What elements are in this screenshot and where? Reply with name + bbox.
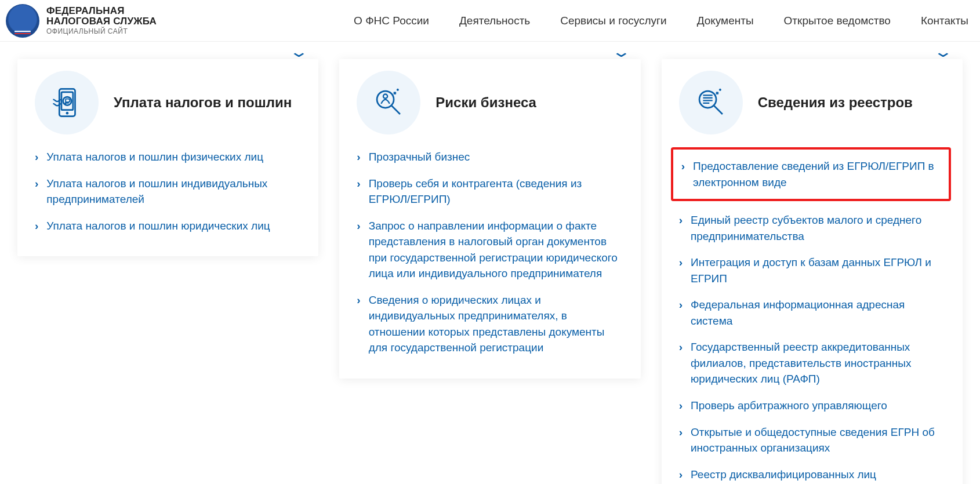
nav-services[interactable]: Сервисы и госуслуги <box>560 14 666 27</box>
service-link[interactable]: ›Интеграция и доступ к базам данных ЕГРЮ… <box>679 249 945 292</box>
registry-icon <box>679 71 743 134</box>
svg-point-6 <box>383 94 387 99</box>
chevron-right-icon: › <box>35 177 38 191</box>
service-link[interactable]: ›Прозрачный бизнес <box>357 144 623 170</box>
nav-open[interactable]: Открытое ведомство <box>784 14 891 27</box>
card-payments: ⌄ Уплата налогов и пошлин ›Уплата налого… <box>17 59 318 256</box>
chevron-right-icon: › <box>357 219 360 234</box>
risk-icon <box>357 71 420 134</box>
service-link[interactable]: ›Уплата налогов и пошлин юридических лиц <box>35 213 301 239</box>
logo-line2: НАЛОГОВАЯ СЛУЖБА <box>46 16 157 27</box>
chevron-right-icon: › <box>679 399 683 413</box>
chevron-right-icon: › <box>679 298 683 312</box>
svg-line-5 <box>392 105 401 114</box>
link-text: Реестр дисквалифицированных лиц <box>691 467 876 483</box>
card-business-risks: ⌄ Риски бизнеса ›Прозрачный бизнес ›Пров… <box>339 59 640 379</box>
link-text: Проверь себя и контрагента (сведения из … <box>369 176 623 208</box>
service-link[interactable]: ›Реестр дисквалифицированных лиц <box>679 461 945 484</box>
link-text: Сведения о юридических лицах и индивидуа… <box>369 292 623 356</box>
link-text: Запрос о направлении информации о факте … <box>369 218 623 282</box>
nav-about[interactable]: О ФНС России <box>354 14 429 27</box>
chevron-right-icon: › <box>35 150 38 165</box>
site-header: ФЕДЕРАЛЬНАЯ НАЛОГОВАЯ СЛУЖБА ОФИЦИАЛЬНЫЙ… <box>0 0 980 42</box>
chevron-down-icon[interactable]: ⌄ <box>289 43 310 61</box>
chevron-right-icon: › <box>679 468 683 482</box>
service-link[interactable]: ›Государственный реестр аккредитованных … <box>679 334 945 392</box>
highlighted-link-box: ›Предоставление сведений из ЕГРЮЛ/ЕГРИП … <box>671 147 951 201</box>
service-link[interactable]: ›Федеральная информационная адресная сис… <box>679 292 945 334</box>
card-title: Риски бизнеса <box>435 94 536 111</box>
link-text: Открытые и общедоступные сведения ЕГРН о… <box>691 424 945 456</box>
card-title: Сведения из реестров <box>758 94 913 111</box>
service-link[interactable]: ›Уплата налогов и пошлин физических лиц <box>35 144 301 170</box>
service-link-highlighted[interactable]: ›Предоставление сведений из ЕГРЮЛ/ЕГРИП … <box>673 153 944 195</box>
link-text: Проверь арбитражного управляющего <box>691 398 887 414</box>
chevron-down-icon[interactable]: ⌄ <box>933 43 953 61</box>
chevron-right-icon: › <box>357 293 360 308</box>
chevron-right-icon: › <box>679 256 683 270</box>
fns-emblem-icon <box>6 4 39 38</box>
service-link[interactable]: ›Открытые и общедоступные сведения ЕГРН … <box>679 419 945 461</box>
chevron-right-icon: › <box>679 340 683 355</box>
link-text: Предоставление сведений из ЕГРЮЛ/ЕГРИП в… <box>693 158 944 190</box>
service-link[interactable]: ›Единый реестр субъектов малого и средне… <box>679 207 945 249</box>
chevron-down-icon[interactable]: ⌄ <box>611 43 631 61</box>
chevron-right-icon: › <box>681 159 685 174</box>
link-text: Уплата налогов и пошлин физических лиц <box>46 149 263 165</box>
nav-activity[interactable]: Деятельность <box>459 14 530 27</box>
logo-block[interactable]: ФЕДЕРАЛЬНАЯ НАЛОГОВАЯ СЛУЖБА ОФИЦИАЛЬНЫЙ… <box>6 4 157 38</box>
link-text: Единый реестр субъектов малого и среднег… <box>691 212 945 244</box>
payment-icon <box>35 71 99 134</box>
chevron-right-icon: › <box>679 425 683 440</box>
logo-text: ФЕДЕРАЛЬНАЯ НАЛОГОВАЯ СЛУЖБА ОФИЦИАЛЬНЫЙ… <box>46 6 157 36</box>
logo-line1: ФЕДЕРАЛЬНАЯ <box>46 6 157 16</box>
svg-line-8 <box>714 105 723 114</box>
chevron-right-icon: › <box>679 213 683 228</box>
service-link[interactable]: ›Сведения о юридических лицах и индивиду… <box>357 287 623 361</box>
chevron-right-icon: › <box>357 177 360 191</box>
link-text: Прозрачный бизнес <box>369 149 470 165</box>
nav-documents[interactable]: Документы <box>697 14 754 27</box>
card-registries: ⌄ Сведения из реестров ›Предоставление с… <box>662 59 963 484</box>
chevron-right-icon: › <box>35 219 38 234</box>
service-link[interactable]: ›Проверь себя и контрагента (сведения из… <box>357 170 623 213</box>
card-title: Уплата налогов и пошлин <box>114 94 292 111</box>
link-text: Федеральная информационная адресная сист… <box>691 297 945 329</box>
service-link[interactable]: ›Запрос о направлении информации о факте… <box>357 213 623 287</box>
link-text: Интеграция и доступ к базам данных ЕГРЮЛ… <box>691 254 945 286</box>
service-link[interactable]: ›Уплата налогов и пошлин индивидуальных … <box>35 170 301 213</box>
link-text: Государственный реестр аккредитованных ф… <box>691 339 945 387</box>
logo-sub: ОФИЦИАЛЬНЫЙ САЙТ <box>46 27 157 35</box>
cards-row: ⌄ Уплата налогов и пошлин ›Уплата налого… <box>0 59 980 484</box>
nav-contacts[interactable]: Контакты <box>921 14 968 27</box>
svg-point-3 <box>66 112 69 115</box>
svg-point-7 <box>699 91 716 108</box>
service-link[interactable]: ›Проверь арбитражного управляющего <box>679 392 945 419</box>
link-text: Уплата налогов и пошлин юридических лиц <box>46 218 270 234</box>
main-nav: О ФНС России Деятельность Сервисы и госу… <box>354 14 968 27</box>
link-text: Уплата налогов и пошлин индивидуальных п… <box>46 176 301 208</box>
chevron-right-icon: › <box>357 150 360 165</box>
